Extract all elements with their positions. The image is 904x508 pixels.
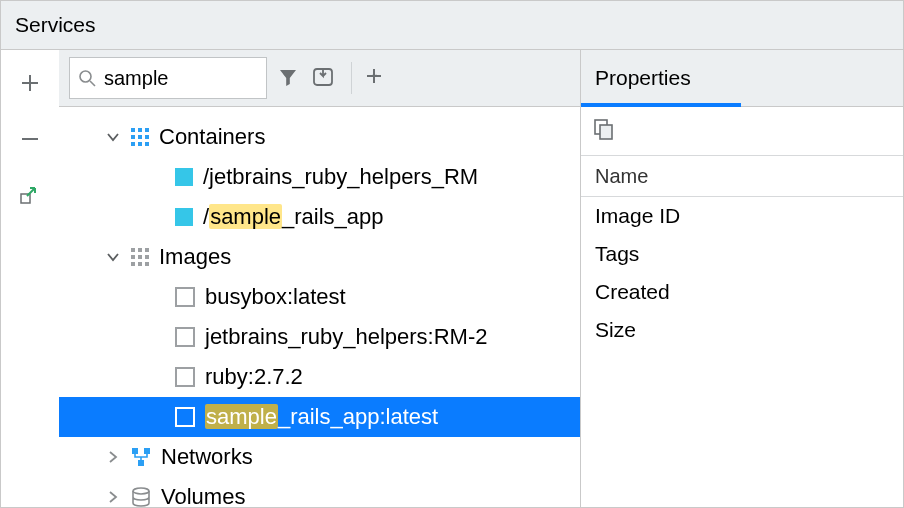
tree[interactable]: Containers /jetbrains_ruby_helpers_RM /s… (59, 107, 580, 508)
tree-label: /jetbrains_ruby_helpers_RM (203, 164, 478, 190)
tree-node-containers[interactable]: Containers (59, 117, 580, 157)
chevron-right-icon[interactable] (103, 487, 123, 507)
tree-label: jetbrains_ruby_helpers:RM-2 (205, 324, 487, 350)
tree-label: ruby:2.7.2 (205, 364, 303, 390)
properties-row[interactable]: Created (581, 273, 903, 311)
remove-button[interactable] (17, 126, 43, 152)
image-icon (175, 367, 195, 387)
svg-line-2 (90, 81, 95, 86)
search-icon (78, 69, 96, 87)
svg-rect-9 (600, 125, 612, 139)
svg-point-1 (80, 71, 91, 82)
volumes-icon (131, 487, 151, 507)
svg-rect-5 (144, 448, 150, 454)
separator (351, 62, 352, 94)
images-icon (131, 248, 149, 266)
properties-row[interactable]: Size (581, 311, 903, 349)
image-icon (175, 327, 195, 347)
properties-column-name[interactable]: Name (581, 156, 903, 197)
tree-item-image[interactable]: busybox:latest (59, 277, 580, 317)
tree-label: Volumes (161, 484, 245, 508)
chevron-down-icon[interactable] (103, 127, 123, 147)
tree-item-container[interactable]: /jetbrains_ruby_helpers_RM (59, 157, 580, 197)
add-button[interactable] (17, 70, 43, 96)
network-icon (131, 447, 151, 467)
tree-label: /sample_rails_app (203, 204, 384, 230)
tree-node-volumes[interactable]: Volumes (59, 477, 580, 508)
tree-node-images[interactable]: Images (59, 237, 580, 277)
toolbar (59, 50, 580, 107)
svg-point-7 (133, 488, 149, 494)
restore-layout-button[interactable] (17, 182, 43, 208)
tree-label: Containers (159, 124, 265, 150)
image-icon (175, 287, 195, 307)
properties-row[interactable]: Tags (581, 235, 903, 273)
tree-item-container[interactable]: /sample_rails_app (59, 197, 580, 237)
svg-rect-6 (138, 460, 144, 466)
svg-rect-4 (132, 448, 138, 454)
properties-table: Name Image ID Tags Created Size (581, 156, 903, 349)
properties-panel: Properties Name Image ID Tags Created Si… (580, 50, 903, 508)
image-icon (175, 407, 195, 427)
containers-icon (131, 128, 149, 146)
gutter (1, 50, 59, 508)
open-in-find-button[interactable] (307, 58, 343, 98)
filter-button[interactable] (271, 58, 307, 98)
tree-label: Images (159, 244, 231, 270)
properties-row[interactable]: Image ID (581, 197, 903, 235)
copy-icon[interactable] (593, 118, 615, 145)
tree-node-networks[interactable]: Networks (59, 437, 580, 477)
tree-item-image[interactable]: ruby:2.7.2 (59, 357, 580, 397)
chevron-right-icon[interactable] (103, 447, 123, 467)
panel-title: Services (1, 1, 903, 50)
properties-tab-label: Properties (595, 66, 691, 90)
tree-item-image-selected[interactable]: sample_rails_app:latest (59, 397, 580, 437)
search-input-wrapper[interactable] (69, 57, 267, 99)
tree-label: Networks (161, 444, 253, 470)
search-input[interactable] (102, 66, 258, 91)
tree-item-image[interactable]: jetbrains_ruby_helpers:RM-2 (59, 317, 580, 357)
properties-tab[interactable]: Properties (581, 50, 903, 107)
container-running-icon (175, 168, 193, 186)
tree-label: sample_rails_app:latest (205, 404, 438, 430)
chevron-down-icon[interactable] (103, 247, 123, 267)
new-dropdown-button[interactable] (360, 58, 396, 98)
properties-toolbar (581, 107, 903, 156)
tree-label: busybox:latest (205, 284, 346, 310)
container-running-icon (175, 208, 193, 226)
